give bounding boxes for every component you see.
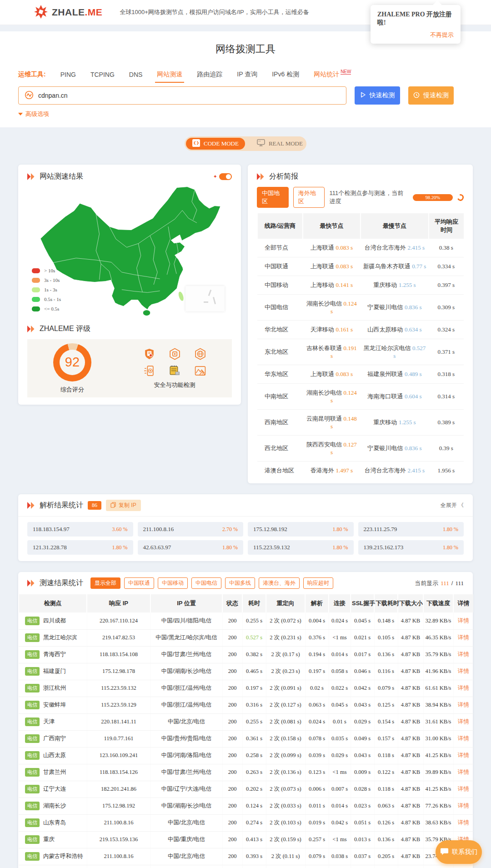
result-row: 电信天津 220.181.141.11 中国/北京/电信 200 0.255 s… [19, 713, 473, 730]
region-tab-china[interactable]: 中国地区 [257, 187, 289, 208]
tool-tab[interactable]: 网站测速 [157, 70, 182, 79]
isp-filter-button[interactable]: 响应超时 [303, 577, 333, 589]
starburst-logo-icon [34, 5, 48, 20]
page-title: 网络拨测工具 [18, 42, 473, 56]
result-row: 电信浙江杭州 115.223.59.132 中国/浙江/温州/电信 200 0.… [19, 680, 473, 697]
detail-link[interactable]: 详情 [458, 668, 469, 674]
tools-label: 运维工具: [18, 70, 46, 79]
ip-chip[interactable]: 42.63.63.971.80 % [138, 540, 244, 555]
detail-link[interactable]: 详情 [458, 752, 469, 758]
legend-swatch [32, 306, 40, 311]
domain-input[interactable] [38, 92, 340, 99]
code-mode-tab[interactable]: CODE MODE [186, 138, 245, 150]
map-toggle[interactable]: ✦ [213, 173, 232, 180]
result-row: 电信湖南长沙 175.12.98.192 中国/湖南/长沙/电信 200 0.1… [19, 798, 473, 814]
tool-tab[interactable]: 路由追踪 [197, 70, 222, 79]
loading-spinner-icon [456, 193, 465, 202]
domain-input-box[interactable] [18, 86, 346, 105]
monitor-icon [257, 139, 265, 148]
analysis-row: 华东地区 上海联通 0.083 s 福建泉州联通 0.489 s 0.318 s [257, 365, 464, 384]
detail-link[interactable]: 详情 [458, 702, 469, 708]
speed-card-title: 网站测速结果 [40, 172, 83, 181]
analysis-table-body: 全部节点 上海联通 0.083 s 台湾台北市海外 2.415 s 0.38 s… [257, 239, 464, 480]
detail-link[interactable]: 详情 [458, 634, 469, 641]
analysis-title: 分析简报 [269, 172, 298, 181]
detail-link[interactable]: 详情 [458, 803, 469, 809]
globe-hexagon-icon [192, 348, 208, 360]
ip-chip[interactable]: 118.183.154.973.60 % [27, 522, 133, 537]
result-row: 电信安徽蚌埠 115.223.59.129 中国/浙江/温州/电信 200 0.… [19, 697, 473, 713]
isp-filter-button[interactable]: 港澳台、海外 [259, 577, 300, 589]
rating-box: 92 综合评分 安全与功能检测 [27, 339, 232, 397]
expand-all-link[interactable]: 全展开 《 [441, 502, 464, 509]
fingerprint-door-icon [141, 365, 157, 377]
spark-icon: ✦ [213, 174, 217, 179]
analysis-toolbar: 中国地区 海外地区 111个检测点参与测速，当前进度 98.20% [257, 187, 464, 208]
analysis-row: 港澳台地区 香港海外 1.497 s 台湾台北市海外 2.415 s 1.956… [257, 462, 464, 480]
tool-tab[interactable]: IPv6 检测 [272, 70, 299, 79]
isp-filters: 显示全部中国联通中国移动中国电信中国多线港澳台、海外响应超时 [90, 577, 333, 589]
ip-chip[interactable]: 211.100.8.162.70 % [138, 522, 244, 537]
isp-badge: 电信 [25, 650, 40, 659]
tagline: 全球1000+网络拨测节点，模拟用户访问域名/IP，实用小工具，运维必备 [120, 8, 309, 16]
analysis-card-head: 分析简报 [257, 172, 464, 181]
region-tab-overseas[interactable]: 海外地区 [293, 187, 325, 208]
isp-filter-button[interactable]: 中国移动 [158, 577, 188, 589]
results-column-header: SSL握手 [351, 594, 374, 612]
detail-link[interactable]: 详情 [458, 718, 469, 725]
results-column-header: 响应 IP [87, 594, 150, 612]
detail-link[interactable]: 详情 [458, 651, 469, 657]
ip-chip[interactable]: 139.215.162.1731.80 % [358, 540, 464, 555]
chat-bubble-icon [440, 847, 449, 857]
toggle-switch-icon[interactable] [219, 173, 232, 180]
result-row: 电信湖北武汉 175.12.98.195 中国/湖南/长沙/电信 200 0.3… [19, 865, 473, 868]
popup-dismiss-link[interactable]: 不再提示 [377, 31, 454, 39]
isp-badge: 电信 [25, 768, 40, 777]
legend-swatch [32, 297, 40, 302]
resolve-title: 解析结果统计 [40, 501, 83, 510]
detail-link[interactable]: 详情 [458, 786, 469, 792]
tool-tab[interactable]: 网站统计NEW [314, 70, 351, 79]
isp-filter-button[interactable]: 中国联通 [124, 577, 154, 589]
taiwan-region [177, 291, 185, 302]
tool-tab[interactable]: TCPING [90, 71, 115, 78]
speed-result-card: 网站测速结果 ✦ [18, 165, 241, 405]
map-legend: > 10s3s - 10s1s - 3s0.5s - 1s<= 0.5s [32, 268, 61, 311]
analysis-table-header: 线路/运营商最快节点最慢节点平均响应时间 [257, 213, 464, 239]
results-column-header: 检测点 [19, 594, 87, 612]
isp-filter-button[interactable]: 显示全部 [90, 577, 120, 589]
ip-chip[interactable]: 175.12.98.1921.80 % [248, 522, 354, 537]
legend-swatch [32, 287, 40, 292]
hero-section: 网络拨测工具 运维工具: PINGTCPINGDNS网站测速路由追踪IP 查询I… [0, 31, 491, 127]
ip-chip[interactable]: 223.111.25.791.80 % [358, 522, 464, 537]
feature-icons [117, 348, 232, 377]
copy-ip-button[interactable]: 复制 IP [106, 500, 141, 511]
contact-us-button[interactable]: 联系我们 [436, 840, 482, 864]
detail-link[interactable]: 详情 [458, 735, 469, 742]
detail-link[interactable]: 详情 [458, 819, 469, 826]
speed-results-card: 测速结果统计 显示全部中国联通中国移动中国电信中国多线港澳台、海外响应超时 当前… [18, 572, 473, 868]
detail-link[interactable]: 详情 [458, 617, 469, 624]
clock-icon [413, 92, 420, 100]
detail-link[interactable]: 详情 [458, 769, 469, 775]
analysis-row: 西北地区 陕西西安电信 0.127 s 宁夏银川电信 0.836 s 0.39 … [257, 436, 464, 462]
results-column-header: 下载速度 [423, 594, 453, 612]
advanced-options-toggle[interactable]: 高级选项 [18, 110, 49, 118]
tool-tab[interactable]: DNS [129, 71, 143, 78]
legend-swatch [32, 278, 40, 283]
detail-link[interactable]: 详情 [458, 685, 469, 691]
isp-filter-button[interactable]: 中国多线 [225, 577, 255, 589]
isp-badge: 电信 [25, 818, 40, 827]
ip-chip[interactable]: 115.223.59.1321.80 % [248, 540, 354, 555]
analysis-row: 中国移动 上海移动 0.141 s 重庆移动 1.255 s 0.397 s [257, 276, 464, 295]
results-table: 检测点响应 IPIP 位置状态耗时重定向解析连接SSL握手下载耗时下载大小下载速… [18, 594, 473, 868]
slow-check-button[interactable]: 慢速检测 [408, 86, 454, 105]
real-mode-tab[interactable]: REAL MODE [257, 139, 303, 148]
fast-check-button[interactable]: 快速检测 [355, 86, 400, 105]
ip-chip[interactable]: 121.31.228.781.80 % [27, 540, 133, 555]
tool-tab[interactable]: PING [60, 71, 76, 78]
results-title: 测速结果统计 [40, 578, 83, 588]
logo[interactable]: ZHALE.ME [34, 5, 102, 20]
isp-filter-button[interactable]: 中国电信 [191, 577, 221, 589]
tool-tab[interactable]: IP 查询 [237, 70, 257, 79]
